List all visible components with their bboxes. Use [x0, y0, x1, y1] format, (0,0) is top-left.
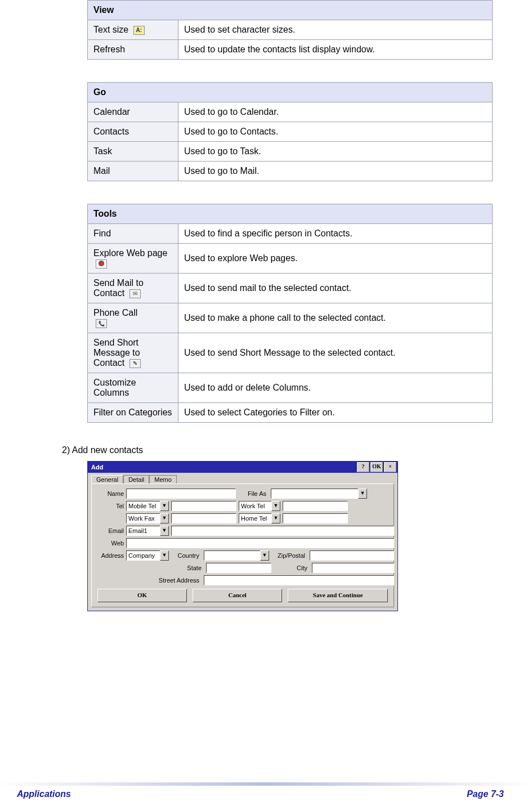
chevron-down-icon[interactable]: ▼ — [160, 501, 169, 511]
table-row: Customize ColumnsUsed to add or delete C… — [88, 373, 493, 403]
chevron-down-icon[interactable]: ▼ — [358, 489, 367, 499]
sms-icon — [129, 359, 141, 368]
country-combo[interactable]: ▼ — [204, 550, 269, 561]
table-row: Refresh Used to update the contacts list… — [88, 40, 493, 60]
country-label: Country — [171, 552, 202, 559]
table-row: Phone Call Used to make a phone call to … — [88, 303, 493, 333]
go-title: Go — [88, 83, 493, 102]
view-table: View Text size A: Used to set character … — [87, 0, 493, 60]
state-label: State — [173, 565, 204, 571]
save-continue-button[interactable]: Save and Continue — [288, 589, 388, 602]
go-table: Go CalendarUsed to go to Calendar. Conta… — [87, 82, 493, 181]
city-input[interactable] — [312, 563, 394, 573]
textsize-label: Text size — [93, 25, 128, 34]
table-row: Explore Web page Used to explore Web pag… — [88, 244, 493, 274]
name-label: Name — [95, 490, 126, 497]
close-button[interactable]: × — [384, 462, 396, 472]
chevron-down-icon[interactable]: ▼ — [160, 526, 169, 536]
view-title: View — [88, 1, 493, 20]
help-button[interactable]: ? — [357, 462, 369, 472]
state-input[interactable] — [206, 563, 271, 573]
workfax-input[interactable] — [171, 513, 236, 523]
worktel-input[interactable] — [283, 501, 348, 511]
email-label: Email — [95, 527, 126, 534]
street-input[interactable] — [204, 575, 394, 585]
tab-detail[interactable]: Detail — [123, 475, 149, 483]
chevron-down-icon[interactable]: ▼ — [160, 513, 169, 523]
tab-general[interactable]: General — [91, 475, 123, 483]
zip-input[interactable] — [310, 550, 394, 561]
textsize-icon: A: — [133, 26, 145, 35]
hometel-combo[interactable]: Home Tel▼ — [239, 513, 280, 523]
table-row: Send Mail to Contact Used to send mail t… — [88, 274, 493, 303]
chevron-down-icon[interactable]: ▼ — [160, 550, 169, 561]
footer-right: Page 7-3 — [467, 789, 504, 799]
zip-label: Zip/Postal — [271, 552, 307, 559]
add-contact-dialog: Add ? OK × General Detail Memo Name — [87, 461, 398, 611]
step-heading: 2) Add new contacts — [62, 445, 493, 455]
ok-title-button[interactable]: OK — [370, 462, 383, 472]
table-row: CalendarUsed to go to Calendar. — [88, 102, 493, 122]
table-row: TaskUsed to go to Task. — [88, 142, 493, 162]
tools-title: Tools — [88, 204, 493, 224]
chevron-down-icon[interactable]: ▼ — [260, 550, 269, 561]
email-combo[interactable]: Email1▼ — [126, 526, 169, 536]
refresh-desc: Used to update the contacts list display… — [178, 40, 493, 60]
ok-button[interactable]: OK — [97, 589, 187, 602]
web-label: Web — [95, 540, 126, 547]
footer-left: Applications — [17, 789, 71, 799]
worktel-combo[interactable]: Work Tel▼ — [239, 501, 280, 511]
workfax-combo[interactable]: Work Fax▼ — [126, 513, 169, 523]
page-footer: Applications Page 7-3 — [0, 785, 532, 806]
fileas-combo[interactable]: ▼ — [271, 489, 367, 499]
table-row: Filter on CategoriesUsed to select Categ… — [88, 403, 493, 423]
chevron-down-icon[interactable]: ▼ — [271, 501, 280, 511]
street-label: Street Address — [126, 577, 202, 584]
tab-memo[interactable]: Memo — [149, 475, 177, 483]
webpage-icon — [96, 259, 107, 268]
web-input[interactable] — [126, 538, 394, 548]
dialog-title: Add — [91, 464, 103, 471]
email-input[interactable] — [171, 526, 394, 536]
phonecall-icon — [96, 319, 107, 328]
refresh-label: Refresh — [88, 40, 178, 60]
table-row: Text size A: Used to set character sizes… — [88, 20, 493, 40]
hometel-input[interactable] — [283, 513, 348, 523]
cancel-button[interactable]: Cancel — [193, 589, 282, 602]
mobiletel-input[interactable] — [171, 501, 236, 511]
table-row: Send Short Message to Contact Used to se… — [88, 333, 493, 373]
textsize-desc: Used to set character sizes. — [178, 20, 493, 40]
name-input[interactable] — [126, 489, 236, 499]
chevron-down-icon[interactable]: ▼ — [271, 513, 280, 523]
table-row: ContactsUsed to go to Contacts. — [88, 122, 493, 142]
tools-table: Tools FindUsed to find a specific person… — [87, 204, 493, 423]
fileas-label: File As — [238, 490, 269, 497]
tel-label: Tel — [95, 503, 126, 509]
addresstype-combo[interactable]: Company▼ — [126, 550, 169, 561]
sendmail-icon — [129, 289, 141, 298]
mobiletel-combo[interactable]: Mobile Tel▼ — [126, 501, 169, 511]
dialog-titlebar: Add ? OK × — [88, 462, 397, 473]
city-label: City — [274, 565, 310, 571]
table-row: FindUsed to find a specific person in Co… — [88, 224, 493, 244]
address-label: Address — [95, 552, 126, 559]
table-row: MailUsed to go to Mail. — [88, 162, 493, 181]
